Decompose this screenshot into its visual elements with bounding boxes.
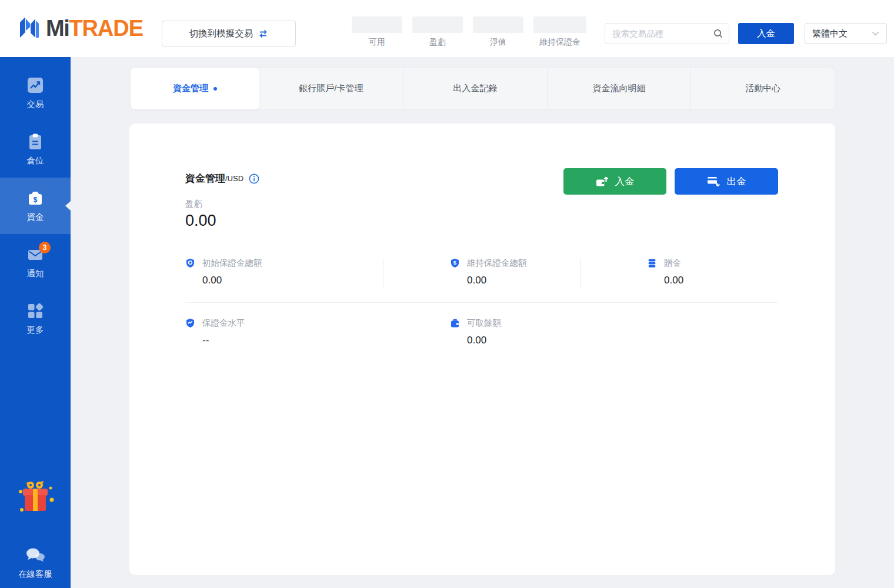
swap-icon	[258, 29, 268, 38]
sidebar-item-notifications[interactable]: 3 通知	[0, 234, 71, 290]
stat-label: 維持保證金總額	[467, 258, 527, 269]
trade-chart-icon	[26, 76, 44, 94]
panel-currency: /USD	[225, 174, 243, 183]
switch-button-label: 切換到模擬交易	[189, 28, 253, 40]
sidebar-item-label: 交易	[27, 99, 44, 110]
stat-value: 0.00	[467, 275, 527, 286]
value-skeleton	[412, 16, 463, 33]
sidebar-item-label: 通知	[27, 268, 44, 279]
stat-label: 可取餘額	[467, 318, 501, 329]
divider	[580, 259, 581, 288]
withdraw-button-label: 出金	[727, 175, 746, 188]
switch-to-demo-button[interactable]: 切換到模擬交易	[162, 21, 296, 46]
positions-clipboard-icon	[26, 133, 44, 151]
summary-label: 盈虧	[429, 37, 446, 48]
summary-label: 淨值	[490, 37, 506, 48]
stat-maintenance-margin: $ 維持保證金總額 0.00	[450, 258, 527, 286]
stat-withdrawable-balance: 可取餘額 0.00	[450, 318, 501, 346]
chevron-down-icon	[872, 31, 879, 36]
chat-bubbles-icon	[25, 547, 45, 564]
sidebar-item-more[interactable]: 更多	[0, 290, 71, 347]
tab-activity-center[interactable]: 活動中心	[691, 68, 835, 109]
tab-label: 出入金記錄	[453, 83, 497, 94]
tab-label: 銀行賬戶/卡管理	[299, 83, 363, 94]
more-grid-icon	[26, 302, 44, 320]
divider	[383, 259, 383, 288]
notification-badge: 3	[39, 242, 51, 253]
funds-management-card: 資金管理 /USD 盈虧 0.00 入金	[129, 123, 835, 575]
summary-label: 維持保證金	[539, 37, 581, 48]
summary-pl: 盈虧	[412, 16, 463, 48]
value-skeleton	[473, 16, 523, 33]
summary-equity: 淨值	[473, 16, 523, 48]
tab-label: 活動中心	[745, 83, 780, 94]
live-chat-support[interactable]: 在線客服	[0, 547, 71, 580]
top-header: Mi TRADE 切換到模擬交易 可用 盈虧 淨值 維持保證金	[0, 0, 894, 57]
active-tab-dot-icon	[214, 87, 217, 91]
gift-promo-icon[interactable]	[16, 477, 55, 519]
support-label: 在線客服	[18, 569, 52, 580]
search-input[interactable]	[605, 24, 729, 44]
sidebar-item-label: 資金	[27, 212, 44, 223]
coins-icon	[647, 258, 657, 268]
pl-label: 盈虧	[185, 198, 202, 209]
stat-bonus: 贈金 0.00	[647, 258, 683, 286]
info-icon[interactable]	[249, 173, 259, 184]
main-content: 資金管理 銀行賬戶/卡管理 出入金記錄 資金流向明細 活動中心 資金管理 /US…	[71, 57, 894, 588]
pl-value: 0.00	[185, 212, 216, 230]
tab-label: 資金流向明細	[592, 83, 645, 94]
header-deposit-button[interactable]: 入金	[738, 23, 794, 44]
withdraw-button[interactable]: 出金	[675, 168, 778, 195]
funds-wallet-icon: $	[26, 189, 44, 207]
stat-value: 0.00	[664, 275, 683, 286]
search-icon[interactable]	[713, 28, 723, 41]
notifications-envelope-icon: 3	[26, 246, 44, 263]
sidebar-item-label: 更多	[27, 325, 44, 336]
stat-label: 初始保證金總額	[202, 258, 262, 269]
wallet-icon	[450, 318, 460, 328]
summary-label: 可用	[369, 37, 385, 48]
tab-bank-card-management[interactable]: 銀行賬戶/卡管理	[259, 68, 403, 109]
summary-maintenance-margin: 維持保證金	[533, 16, 586, 48]
language-selector[interactable]: 繁體中文	[805, 23, 887, 44]
funds-tab-bar: 資金管理 銀行賬戶/卡管理 出入金記錄 資金流向明細 活動中心	[131, 68, 835, 109]
tab-label: 資金管理	[173, 83, 208, 94]
deposit-button[interactable]: 入金	[563, 168, 666, 195]
panel-title: 資金管理	[185, 172, 225, 185]
deposit-button-label: 入金	[615, 175, 635, 188]
value-skeleton	[533, 16, 586, 33]
stat-value: 0.00	[467, 335, 501, 346]
account-summary: 可用 盈虧 淨值 維持保證金	[352, 16, 586, 48]
divider	[185, 302, 778, 303]
stat-initial-margin: 初始保證金總額 0.00	[185, 258, 262, 286]
stat-label: 贈金	[664, 258, 681, 269]
sidebar-item-trade[interactable]: 交易	[0, 65, 71, 121]
shield-chart-icon	[185, 318, 195, 328]
tab-deposit-withdraw-records[interactable]: 出入金記錄	[403, 68, 548, 109]
stat-margin-level: 保證金水平 --	[185, 318, 245, 346]
logo-text-trade: TRADE	[69, 16, 143, 41]
logo-text-mi: Mi	[46, 16, 69, 41]
svg-text:$: $	[453, 259, 457, 266]
sidebar-item-label: 倉位	[27, 155, 44, 166]
deposit-wallet-icon	[596, 176, 609, 187]
stat-label: 保證金水平	[202, 318, 245, 329]
sidebar-item-funds[interactable]: $ 資金	[0, 178, 71, 234]
tab-fund-flow-details[interactable]: 資金流向明細	[548, 68, 692, 109]
value-skeleton	[352, 16, 402, 33]
stat-value: --	[202, 335, 245, 346]
shield-dollar-icon: $	[450, 258, 460, 268]
left-sidebar: 交易 倉位 $ 資金	[0, 57, 71, 588]
withdraw-card-icon	[707, 176, 720, 187]
svg-text:$: $	[34, 195, 38, 203]
language-label: 繁體中文	[812, 28, 848, 39]
sidebar-item-positions[interactable]: 倉位	[0, 121, 71, 178]
summary-available: 可用	[352, 16, 402, 48]
mitrade-logo[interactable]: Mi TRADE	[18, 14, 143, 42]
mitrade-logo-icon	[18, 14, 41, 42]
tab-funds-management[interactable]: 資金管理	[131, 68, 259, 109]
stat-value: 0.00	[202, 275, 262, 286]
shield-circle-icon	[185, 258, 195, 268]
symbol-search	[605, 23, 729, 44]
